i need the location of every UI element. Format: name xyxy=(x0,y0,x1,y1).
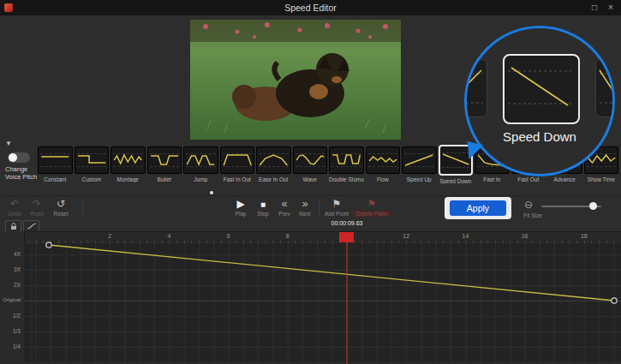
callout-speed-down-curve-icon xyxy=(505,56,575,119)
preset-scroll-indicator[interactable] xyxy=(210,191,213,194)
callout-label: Speed Down xyxy=(467,129,612,144)
redo-button[interactable]: ↷ Redo xyxy=(26,199,48,217)
preset-label: Constant xyxy=(38,176,73,182)
curve-icon xyxy=(27,222,37,230)
video-frame-art xyxy=(190,20,401,140)
add-point-button[interactable]: ⚑ Add Point xyxy=(322,199,351,217)
toolbar: ↶ Undo ↷ Redo ↺ Reset ▶ Play ■ Stop « Pr… xyxy=(0,195,621,222)
toolbar-separator xyxy=(319,200,319,218)
preset-double-slomo[interactable]: Double Slomo xyxy=(329,146,364,188)
collapse-presets-arrow-icon[interactable]: ▼ xyxy=(5,140,12,147)
play-icon: ▶ xyxy=(230,199,252,210)
preset-label: Fast In Out xyxy=(220,176,255,182)
undo-button[interactable]: ↶ Undo xyxy=(3,199,26,217)
playhead-timestamp: 00:00:09.63 xyxy=(315,220,379,226)
preset-label: Custom xyxy=(75,176,110,182)
callout-right-curve-icon xyxy=(596,60,615,116)
prev-icon: « xyxy=(274,199,295,210)
preset-bullet[interactable]: Bullet xyxy=(147,146,182,188)
preset-curve-icon xyxy=(221,150,254,170)
undo-icon: ↶ xyxy=(3,199,26,210)
apply-button[interactable]: Apply xyxy=(450,200,506,216)
preset-label: Wave xyxy=(293,176,328,182)
preset-label: Double Slomo xyxy=(329,176,364,182)
curve-start-point[interactable] xyxy=(46,242,51,248)
zoom-out-icon[interactable]: ⊖ xyxy=(524,200,533,210)
voice-pitch-toggle[interactable] xyxy=(8,152,30,163)
preset-curve-icon xyxy=(294,150,327,170)
preset-label: Advance xyxy=(547,176,582,182)
lock-icon xyxy=(9,222,18,230)
close-button[interactable]: × xyxy=(603,0,618,15)
preset-constant[interactable]: Constant xyxy=(38,146,73,188)
preset-flow[interactable]: Flow xyxy=(366,146,401,188)
stop-button[interactable]: ■ Stop xyxy=(252,199,274,217)
preset-label: Ease In Out xyxy=(256,176,291,182)
callout-left-preset xyxy=(464,59,487,117)
speed-scale-label-4x: 4X xyxy=(14,251,21,257)
preset-curve-icon xyxy=(148,150,182,170)
playhead-marker[interactable] xyxy=(339,232,354,242)
delete-point-button[interactable]: ⚑ Delete Point xyxy=(353,199,391,217)
preset-label: Fast Out xyxy=(511,176,546,182)
preset-label: Bullet xyxy=(147,176,182,182)
preset-curve-icon xyxy=(111,150,145,170)
preset-thumbnail xyxy=(38,146,73,174)
speed-scale-label-2x: 2X xyxy=(14,282,21,288)
next-icon: » xyxy=(295,199,315,210)
speed-scale-label-3x: 3X xyxy=(14,266,21,272)
preset-label: Fast In xyxy=(475,176,510,182)
preset-label: Montage xyxy=(110,176,146,182)
speed-scale-label-1-2: 1/2 xyxy=(13,313,21,319)
fit-size-label: Fit Size xyxy=(514,212,552,218)
preset-jump[interactable]: Jump xyxy=(183,146,218,188)
video-preview xyxy=(190,20,401,140)
preset-curve-icon xyxy=(367,150,400,170)
callout-right-preset xyxy=(595,59,615,117)
preset-thumbnail xyxy=(110,146,146,174)
preset-fast-in-out[interactable]: Fast In Out xyxy=(220,146,255,188)
preset-curve-icon xyxy=(75,150,109,170)
speed-down-callout: Speed Down xyxy=(464,26,615,176)
preset-montage[interactable]: Montage xyxy=(110,146,146,188)
preset-thumbnail xyxy=(366,146,401,174)
callout-speed-down-preset xyxy=(503,54,580,124)
preset-label: Jump xyxy=(183,176,218,182)
prev-button[interactable]: « Prev xyxy=(274,199,295,217)
preset-thumbnail xyxy=(183,146,218,174)
next-button[interactable]: » Next xyxy=(295,199,315,217)
lock-button[interactable] xyxy=(5,220,21,232)
maximize-button[interactable]: □ xyxy=(587,0,602,15)
speed-editor-window: Speed Editor □ × xyxy=(0,0,621,364)
preset-thumbnail xyxy=(329,146,364,174)
redo-icon: ↷ xyxy=(26,199,48,210)
preset-custom[interactable]: Custom xyxy=(75,146,110,188)
preset-speed-up[interactable]: Speed Up xyxy=(402,146,437,188)
preset-thumbnail xyxy=(402,146,437,174)
fit-size-slider-knob[interactable] xyxy=(589,202,597,210)
stop-icon: ■ xyxy=(252,199,274,210)
toolbar-separator xyxy=(82,200,83,218)
preset-thumbnail xyxy=(256,146,291,174)
preset-thumbnail xyxy=(293,146,328,174)
speed-scale-gutter: 4X3X2XOriginal1/21/31/4 xyxy=(0,231,25,364)
preset-label: Speed Down xyxy=(439,178,474,184)
play-button[interactable]: ▶ Play xyxy=(230,199,252,217)
preset-wave[interactable]: Wave xyxy=(293,146,328,188)
reset-button[interactable]: ↺ Reset xyxy=(48,199,74,217)
apply-highlight-panel: Apply xyxy=(445,197,511,219)
speed-scale-label-original: Original xyxy=(3,297,21,302)
speed-curve-overlay xyxy=(24,231,621,364)
preset-curve-icon xyxy=(257,150,290,170)
speed-curve-line[interactable] xyxy=(49,245,614,301)
preset-label: Show Time xyxy=(584,176,619,182)
curve-mode-button[interactable] xyxy=(23,220,39,232)
preset-ease-in-out[interactable]: Ease In Out xyxy=(256,146,291,188)
speed-scale-label-1-4: 1/4 xyxy=(13,343,21,349)
speed-scale-label-1-3: 1/3 xyxy=(13,328,21,334)
curve-end-point[interactable] xyxy=(612,298,617,303)
reset-icon: ↺ xyxy=(48,199,74,210)
preset-curve-icon xyxy=(403,150,436,170)
add-point-icon: ⚑ xyxy=(322,199,351,210)
delete-point-icon: ⚑ xyxy=(353,199,391,210)
